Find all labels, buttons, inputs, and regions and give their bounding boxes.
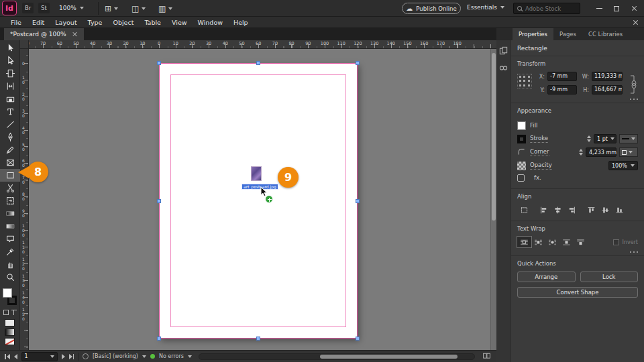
- adobe-stock-search[interactable]: [513, 3, 580, 14]
- vertical-scrollbar-thumb[interactable]: [492, 53, 496, 221]
- scissors-tool[interactable]: [0, 182, 20, 194]
- align-center-horizontal-button[interactable]: [551, 204, 565, 215]
- line-tool[interactable]: [0, 118, 20, 131]
- x-field[interactable]: -7 mm: [547, 72, 577, 81]
- menu-help[interactable]: Help: [228, 19, 254, 26]
- vertical-ruler[interactable]: 0102030405060708090100110120130140150: [20, 49, 29, 350]
- selection-handle[interactable]: [356, 199, 360, 203]
- menu-edit[interactable]: Edit: [27, 19, 50, 26]
- gradient-feather-tool[interactable]: [0, 220, 20, 233]
- last-page-button[interactable]: [69, 354, 74, 359]
- formatting-affects-text-icon[interactable]: [11, 310, 17, 315]
- zoom-tool[interactable]: [0, 271, 20, 284]
- fill-swatch[interactable]: [517, 121, 526, 130]
- selection-handle[interactable]: [256, 337, 260, 341]
- fill-color-swatch[interactable]: [3, 288, 12, 298]
- selection-handle[interactable]: [157, 199, 161, 203]
- stroke-style-dropdown[interactable]: [619, 134, 638, 143]
- apply-none-button[interactable]: [5, 338, 15, 345]
- preflight-profile-menu[interactable]: [Basic] (working): [93, 353, 138, 359]
- menu-layout[interactable]: Layout: [50, 19, 82, 26]
- wrap-bounding-box-button[interactable]: [531, 237, 545, 247]
- align-left-button[interactable]: [537, 204, 551, 215]
- align-bottom-button[interactable]: [612, 204, 627, 215]
- page-number-dropdown[interactable]: 1: [21, 352, 58, 361]
- selection-handle[interactable]: [256, 61, 260, 65]
- gap-tool[interactable]: [0, 80, 20, 93]
- horizontal-scrollbar-thumb[interactable]: [320, 355, 458, 359]
- wrap-object-shape-button[interactable]: [545, 237, 559, 247]
- tab-pages[interactable]: Pages: [553, 28, 582, 40]
- corner-radius-stepper[interactable]: [579, 149, 583, 156]
- corner-style-dropdown[interactable]: [619, 147, 638, 157]
- convert-shape-button[interactable]: Convert Shape: [517, 287, 638, 298]
- y-field[interactable]: -9 mm: [547, 85, 577, 95]
- menu-window[interactable]: Window: [193, 19, 228, 26]
- menu-view[interactable]: View: [166, 19, 193, 26]
- formatting-affects-container-icon[interactable]: [3, 310, 9, 315]
- type-tool[interactable]: [0, 105, 20, 118]
- rectangle-frame-tool[interactable]: [0, 156, 20, 169]
- spread-view-icon[interactable]: [482, 351, 492, 361]
- minimize-button[interactable]: [590, 0, 608, 17]
- arrange-button[interactable]: Arrange: [517, 272, 576, 282]
- free-transform-tool[interactable]: [0, 194, 20, 207]
- horizontal-scrollbar[interactable]: [199, 353, 475, 360]
- selection-handle[interactable]: [356, 61, 360, 65]
- apply-color-button[interactable]: [5, 319, 15, 326]
- previous-page-button[interactable]: [14, 354, 17, 359]
- align-top-button[interactable]: [584, 204, 598, 215]
- first-page-button[interactable]: [5, 354, 10, 359]
- selection-handle[interactable]: [157, 61, 161, 65]
- apply-gradient-button[interactable]: [5, 328, 15, 336]
- stroke-swatch[interactable]: [517, 135, 526, 143]
- menu-file[interactable]: File: [5, 19, 27, 26]
- wrap-jump-next-column-button[interactable]: [574, 237, 588, 247]
- stock-search-input[interactable]: [525, 5, 574, 12]
- align-center-vertical-button[interactable]: [598, 204, 612, 215]
- dock-pages-icon[interactable]: [498, 46, 508, 57]
- vertical-scrollbar[interactable]: [490, 49, 496, 350]
- height-field[interactable]: 164,667 mm: [592, 85, 623, 95]
- publish-online-button[interactable]: ☁ Publish Online: [402, 3, 461, 14]
- horizontal-ruler[interactable]: 8070605040302010010203040506070809010011…: [29, 40, 496, 49]
- gradient-swatch-tool[interactable]: [0, 207, 20, 220]
- document-tab[interactable]: *Postcard @ 100%: [4, 28, 84, 40]
- restore-button[interactable]: [608, 0, 625, 17]
- wrap-none-button[interactable]: [517, 237, 531, 247]
- more-options-icon[interactable]: [630, 99, 639, 101]
- stroke-weight-stepper[interactable]: [587, 135, 591, 142]
- content-collector-tool[interactable]: [0, 93, 20, 105]
- opacity-dropdown[interactable]: 100%: [608, 161, 638, 170]
- invert-checkbox[interactable]: [613, 239, 619, 245]
- menu-object[interactable]: Object: [107, 19, 139, 26]
- selection-handle[interactable]: [356, 337, 360, 341]
- workspace-switcher[interactable]: Essentials: [467, 4, 504, 11]
- page-tool[interactable]: [0, 67, 20, 80]
- tab-cc-libraries[interactable]: CC Libraries: [582, 28, 629, 40]
- width-field[interactable]: 119,333 mm: [592, 72, 623, 81]
- corner-label[interactable]: Corner: [530, 148, 549, 156]
- screen-mode-dropdown[interactable]: ◫: [131, 2, 146, 15]
- fill-stroke-widget[interactable]: [2, 288, 18, 307]
- arrange-documents-dropdown[interactable]: ▥: [158, 2, 172, 15]
- preflight-status-menu[interactable]: No errors: [159, 353, 184, 359]
- eyedropper-tool[interactable]: [0, 245, 20, 258]
- rectangle-tool[interactable]: [0, 169, 20, 182]
- next-page-button[interactable]: [62, 354, 65, 359]
- tab-properties[interactable]: Properties: [513, 28, 553, 40]
- note-tool[interactable]: [0, 233, 20, 245]
- wrap-jump-object-button[interactable]: [559, 237, 574, 247]
- opacity-label[interactable]: Opacity: [530, 162, 552, 170]
- selection-handle[interactable]: [157, 337, 161, 341]
- menu-table[interactable]: Table: [139, 19, 166, 26]
- lock-button[interactable]: Lock: [580, 272, 639, 282]
- object-style-icon[interactable]: [517, 174, 525, 182]
- more-options-icon[interactable]: [630, 251, 639, 253]
- reference-point-grid[interactable]: [517, 74, 532, 88]
- stroke-weight-dropdown[interactable]: 1 pt: [594, 134, 616, 143]
- pasteboard[interactable]: art_postcard.jpg 9: [29, 49, 496, 350]
- ruler-origin-corner[interactable]: [20, 40, 29, 49]
- corner-radius-dropdown[interactable]: 4,233 mm: [586, 147, 616, 157]
- view-options-dropdown[interactable]: ⊞: [105, 2, 118, 15]
